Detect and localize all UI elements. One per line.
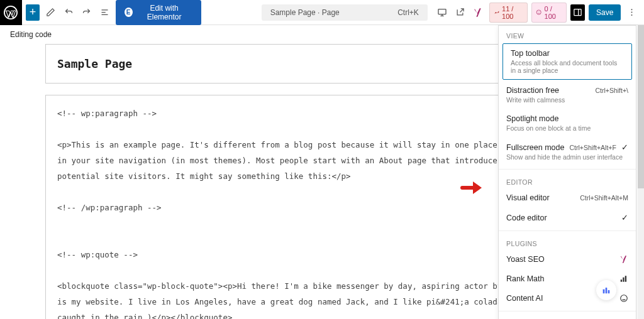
document-shortcut: Ctrl+K — [397, 8, 419, 17]
svg-rect-12 — [608, 290, 610, 293]
panel-item-yoast-seo[interactable]: Yoast SEO — [499, 250, 636, 269]
options-panel: VIEW Top toolbar Access all block and do… — [498, 25, 636, 319]
panel-item-code-editor[interactable]: Code editor ✓ — [499, 208, 636, 228]
svg-point-6 — [631, 9, 633, 10]
panel-item-title: Code editor — [506, 214, 547, 222]
panel-item-title: Top toolbar — [511, 49, 624, 58]
svg-rect-11 — [606, 288, 608, 293]
readability-score-value: 0 / 100 — [545, 5, 563, 20]
panel-item-sub: Focus on one block at a time — [506, 124, 628, 132]
sidebar-toggle-icon[interactable] — [570, 4, 585, 21]
desktop-view-icon[interactable] — [435, 4, 450, 21]
yoast-plugin-icon — [619, 255, 628, 266]
panel-item-distraction-free[interactable]: Distraction free Ctrl+Shift+\ Write with… — [499, 81, 636, 109]
panel-item-shortcut: Ctrl+Shift+Alt+M — [580, 194, 628, 202]
editing-mode-label: Editing code — [10, 30, 52, 39]
svg-rect-10 — [603, 289, 605, 294]
panel-item-title: Distraction free — [506, 86, 559, 95]
readability-score-badge[interactable]: 0 / 100 — [531, 3, 567, 23]
panel-item-title: Visual editor — [506, 193, 550, 202]
panel-divider — [499, 230, 636, 231]
panel-item-spotlight-mode[interactable]: Spotlight mode Focus on one block at a t… — [499, 109, 636, 138]
svg-rect-5 — [574, 9, 581, 16]
panel-item-top-toolbar[interactable]: Top toolbar Access all block and documen… — [502, 43, 632, 80]
plus-icon: + — [30, 6, 36, 19]
external-view-icon[interactable] — [453, 4, 467, 21]
panel-item-shortcut: Ctrl+Shift+Alt+F — [570, 144, 616, 151]
top-toolbar: + E Edit with Elementor Sample Page · Pa… — [0, 0, 644, 25]
panel-item-sub: Access all block and document tools in a… — [511, 59, 624, 74]
panel-item-title: Spotlight mode — [506, 114, 628, 123]
panel-item-sub: Write with calmness — [506, 96, 628, 104]
rankmath-plugin-icon — [619, 274, 628, 285]
svg-point-3 — [538, 11, 538, 12]
svg-point-7 — [631, 12, 633, 13]
redo-icon[interactable] — [79, 4, 94, 21]
options-menu-button[interactable] — [625, 4, 639, 21]
seo-score-badge[interactable]: 11 / 100 — [489, 3, 528, 23]
panel-item-title: Fullscreen mode — [506, 143, 564, 152]
panel-section-editor: EDITOR — [499, 172, 636, 188]
check-icon: ✓ — [621, 213, 628, 222]
contentai-plugin-icon — [619, 294, 628, 305]
panel-section-view: VIEW — [499, 26, 636, 42]
panel-item-fullscreen-mode[interactable]: Fullscreen mode Ctrl+Shift+Alt+F ✓ Show … — [499, 138, 636, 166]
panel-divider — [499, 169, 636, 170]
edit-with-elementor-button[interactable]: E Edit with Elementor — [116, 0, 201, 25]
panel-section-tools: TOOLS — [499, 314, 636, 319]
svg-point-4 — [540, 11, 540, 12]
svg-rect-1 — [438, 9, 446, 14]
save-button[interactable]: Save — [589, 4, 621, 21]
svg-point-2 — [536, 10, 541, 14]
seo-score-value: 11 / 100 — [502, 5, 523, 20]
panel-item-title: Yoast SEO — [506, 255, 628, 264]
scrollbar-thumb[interactable] — [638, 25, 644, 188]
panel-section-plugins: PLUGINS — [499, 234, 636, 250]
elementor-label: Edit with Elementor — [136, 4, 192, 21]
undo-icon[interactable] — [62, 4, 76, 21]
wordpress-logo[interactable] — [0, 0, 22, 25]
chat-bubble-icon[interactable] — [596, 280, 616, 300]
svg-point-9 — [621, 295, 628, 302]
panel-divider — [499, 311, 636, 311]
panel-item-visual-editor[interactable]: Visual editor Ctrl+Shift+Alt+M — [499, 188, 636, 208]
document-info[interactable]: Sample Page · Page Ctrl+K — [262, 4, 428, 21]
svg-point-8 — [631, 14, 633, 16]
document-title: Sample Page · Page — [270, 8, 340, 17]
yoast-icon[interactable] — [471, 4, 486, 21]
list-view-icon[interactable] — [97, 4, 112, 21]
panel-item-shortcut: Ctrl+Shift+\ — [595, 87, 628, 94]
pencil-icon[interactable] — [43, 4, 58, 21]
add-block-button[interactable]: + — [26, 4, 40, 21]
check-icon: ✓ — [621, 143, 628, 152]
panel-item-sub: Show and hide the admin user interface — [506, 153, 628, 161]
elementor-logo-icon: E — [125, 8, 133, 17]
